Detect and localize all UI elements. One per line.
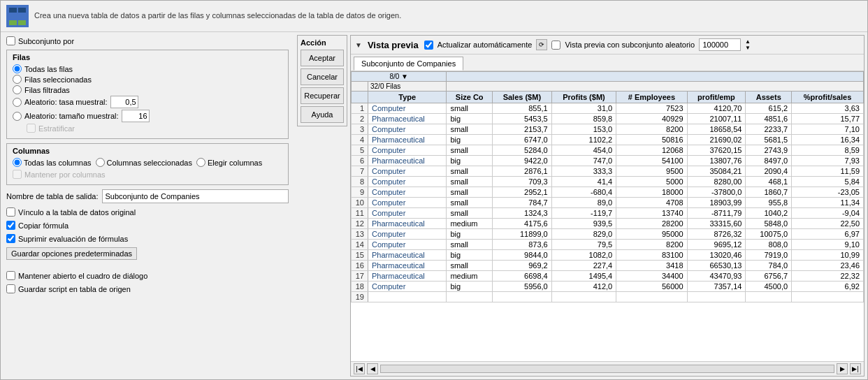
col-header-employees[interactable]: # Employees xyxy=(616,92,687,103)
suppress-eval-label: Suprimir evaluación de fórmulas xyxy=(18,235,128,243)
cell-profits: 31,0 xyxy=(551,103,616,114)
table-container[interactable]: 8/0 ▼ 32/0 Filas xyxy=(351,71,864,361)
cell-type: Computer xyxy=(368,145,447,156)
cell-type: Computer xyxy=(368,229,447,240)
col-header-profit-emp[interactable]: profit/emp xyxy=(687,92,746,103)
app-icon xyxy=(6,5,29,27)
cell-pct-profit: 22,50 xyxy=(792,219,864,229)
cell-pct-profit: 9,10 xyxy=(792,240,864,250)
cell-rownum: 2 xyxy=(352,114,368,124)
cell-profit-emp: 21007,11 xyxy=(687,114,746,124)
cell-employees: 5000 xyxy=(616,177,687,187)
action-title: Acción xyxy=(301,38,344,47)
cell-sizeco: small xyxy=(447,208,493,219)
cell-sales: 5453,5 xyxy=(493,114,552,124)
right-panel: ▼ Vista previa Actualizar automáticament… xyxy=(350,35,865,377)
output-table-input[interactable] xyxy=(102,189,289,203)
save-script-checkbox[interactable] xyxy=(6,284,15,293)
random-rate-value[interactable] xyxy=(110,96,138,108)
table-row: 8 Computer small 709,3 41,4 5000 8280,00… xyxy=(352,177,864,187)
save-defaults-button[interactable]: Guardar opciones predeterminadas xyxy=(6,247,137,260)
nav-first-button[interactable]: |◀ xyxy=(354,363,365,374)
radio-random-rate-input[interactable] xyxy=(13,98,22,107)
nav-prev-button[interactable]: ◀ xyxy=(367,363,378,374)
col-header-sizeco[interactable]: Size Co xyxy=(447,92,493,103)
horizontal-scrollbar[interactable] xyxy=(380,365,834,373)
cell-profit-emp: 13020,46 xyxy=(687,250,746,261)
nav-next-button[interactable]: ▶ xyxy=(837,363,848,374)
table-row: 11 Computer small 1324,3 -119,7 13740 -8… xyxy=(352,208,864,219)
cell-sizeco: medium xyxy=(447,219,493,229)
radio-selected-cols: Columnas seleccionadas xyxy=(96,158,192,167)
help-button[interactable]: Ayuda xyxy=(301,106,344,123)
cell-profits: 333,3 xyxy=(551,166,616,177)
col-header-rownum xyxy=(352,92,368,103)
cell-pct-profit: 15,77 xyxy=(792,114,864,124)
radio-selected-cols-input[interactable] xyxy=(96,158,105,167)
cell-rownum: 10 xyxy=(352,198,368,208)
cell-employees: 54100 xyxy=(616,156,687,166)
suppress-eval-checkbox[interactable] xyxy=(6,234,15,243)
col-header-profits[interactable]: Profits ($M) xyxy=(551,92,616,103)
auto-update-checkbox[interactable] xyxy=(424,41,433,50)
cell-sizeco: small xyxy=(447,187,493,198)
tab-row: Subconjunto de Companies xyxy=(351,54,864,71)
cell-profit-emp xyxy=(687,292,746,302)
copy-formula-checkbox[interactable] xyxy=(6,221,15,230)
cell-type: Computer xyxy=(368,103,447,114)
table-row: 5 Computer small 5284,0 454,0 12068 3762… xyxy=(352,145,864,156)
stratify-row: Estratificar xyxy=(27,124,282,133)
cell-assets: 4500,0 xyxy=(746,282,792,292)
recover-button[interactable]: Recuperar xyxy=(301,87,344,104)
radio-random-size-input[interactable] xyxy=(13,112,22,121)
subset-por-checkbox[interactable] xyxy=(6,36,15,45)
preview-header: ▼ Vista previa Actualizar automáticament… xyxy=(351,36,864,54)
cell-rownum: 18 xyxy=(352,282,368,292)
cancel-button[interactable]: Cancelar xyxy=(301,68,344,85)
cell-employees: 7523 xyxy=(616,103,687,114)
cell-rownum: 19 xyxy=(352,292,368,302)
link-checkbox[interactable] xyxy=(6,207,15,217)
random-subset-value[interactable] xyxy=(699,38,741,51)
banner-description: Crea una nueva tabla de datos a partir d… xyxy=(34,10,401,21)
cell-assets: 808,0 xyxy=(746,240,792,250)
keep-dialog-checkbox[interactable] xyxy=(6,271,15,280)
cell-pct-profit xyxy=(792,292,864,302)
output-table-label: Nombre de tabla de salida: xyxy=(6,192,98,200)
cell-profit-emp: 4120,70 xyxy=(687,103,746,114)
cell-assets: 1860,7 xyxy=(746,187,792,198)
number-spinner[interactable]: ▲ ▼ xyxy=(745,39,751,51)
radio-selected-rows-input[interactable] xyxy=(13,75,22,84)
cell-sales: 855,1 xyxy=(493,103,552,114)
stratify-checkbox[interactable] xyxy=(27,124,36,133)
cell-type: Pharmaceutical xyxy=(368,250,447,261)
radio-choose-cols-input[interactable] xyxy=(196,158,205,167)
collapse-icon[interactable]: ▼ xyxy=(355,41,362,49)
radio-filtered-rows: Filas filtradas xyxy=(13,85,282,94)
tab-subset-companies[interactable]: Subconjunto de Companies xyxy=(354,57,463,71)
col-header-type[interactable]: Type xyxy=(368,92,447,103)
refresh-icon[interactable]: ⟳ xyxy=(536,39,547,50)
cell-sales: 709,3 xyxy=(493,177,552,187)
radio-all-cols-input[interactable] xyxy=(13,158,22,167)
random-subset-checkbox[interactable] xyxy=(551,41,560,50)
col-header-sales[interactable]: Sales ($M) xyxy=(493,92,552,103)
cell-profits: 454,0 xyxy=(551,145,616,156)
keep-dialog-row: Mantener abierto el cuadro de diálogo xyxy=(6,271,289,280)
random-size-value[interactable] xyxy=(122,110,150,122)
radio-all-rows-input[interactable] xyxy=(13,64,22,73)
cell-sizeco: big xyxy=(447,282,493,292)
radio-filtered-rows-input[interactable] xyxy=(13,85,22,94)
columns-group: Columnas Todas las columnas Columnas sel… xyxy=(6,143,289,185)
cell-sizeco: big xyxy=(447,135,493,145)
cell-employees: 40929 xyxy=(616,114,687,124)
maintain-cols-checkbox[interactable] xyxy=(13,170,22,179)
col-header-pct-profit[interactable]: %profit/sales xyxy=(792,92,864,103)
cell-pct-profit: 7,93 xyxy=(792,156,864,166)
accept-button[interactable]: Aceptar xyxy=(301,50,344,66)
cell-sales: 2952,1 xyxy=(493,187,552,198)
col-header-assets[interactable]: Assets xyxy=(746,92,792,103)
cell-sizeco: big xyxy=(447,250,493,261)
nav-last-button[interactable]: ▶| xyxy=(850,363,861,374)
cell-profit-emp: 43470,93 xyxy=(687,271,746,282)
